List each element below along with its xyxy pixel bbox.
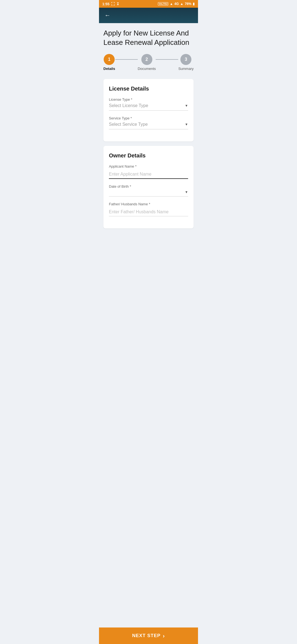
step-2-number: 2 xyxy=(145,57,148,62)
step-1-label: Details xyxy=(103,67,115,71)
applicant-name-input[interactable] xyxy=(109,170,188,179)
battery-display: 76% xyxy=(185,2,191,6)
time-display: 1:55 xyxy=(102,2,109,6)
step-1-number: 1 xyxy=(108,57,111,62)
applicant-name-field-group: Applicant Name * xyxy=(109,164,188,179)
step-2-label: Documents xyxy=(138,67,156,71)
step-3-circle: 3 xyxy=(180,54,191,65)
battery-icon: ▮ xyxy=(193,2,195,6)
status-right: VoLTE2 ▲ 4G ▲ 76% ▮ xyxy=(158,2,195,6)
date-of-birth-field-group: Date of Birth * ▼ xyxy=(109,184,188,197)
nav-bar: ← xyxy=(99,8,198,23)
license-type-select[interactable]: Select License Type ▼ xyxy=(109,103,188,111)
page-title: Apply for New License And Lease Renewal … xyxy=(103,29,194,47)
step-2-circle: 2 xyxy=(141,54,152,65)
signal-icon: ▲ xyxy=(170,2,173,6)
license-details-title: License Details xyxy=(109,86,188,92)
owner-details-title: Owner Details xyxy=(109,152,188,159)
step-1-circle: 1 xyxy=(104,54,115,65)
father-name-input[interactable] xyxy=(109,208,188,216)
step-3-container: 3 Summary xyxy=(178,54,194,71)
download-icon: ↧ xyxy=(116,2,119,6)
step-1-container: 1 Details xyxy=(103,54,115,71)
date-of-birth-select[interactable]: ▼ xyxy=(109,190,188,197)
service-type-label: Service Type * xyxy=(109,116,188,120)
service-type-field-group: Service Type * Select Service Type ▼ xyxy=(109,116,188,129)
dob-dropdown-arrow: ▼ xyxy=(185,190,188,194)
father-name-field-group: Father/ Husbands Name * xyxy=(109,202,188,216)
step-3-number: 3 xyxy=(185,57,187,62)
license-type-dropdown-arrow: ▼ xyxy=(185,104,188,108)
step-3-label: Summary xyxy=(178,67,194,71)
step-line-2 xyxy=(156,59,178,60)
license-details-card: License Details License Type * Select Li… xyxy=(103,79,194,141)
network-icon: 4G xyxy=(174,2,179,6)
stepper: 1 Details 2 Documents 3 Summary xyxy=(103,54,194,71)
signal-icon-2: ▲ xyxy=(180,2,183,6)
service-type-select[interactable]: Select Service Type ▼ xyxy=(109,122,188,129)
license-type-label: License Type * xyxy=(109,97,188,102)
service-type-dropdown-arrow: ▼ xyxy=(185,122,188,126)
date-of-birth-label: Date of Birth * xyxy=(109,184,188,189)
step-2-container: 2 Documents xyxy=(138,54,156,71)
license-type-placeholder: Select License Type xyxy=(109,103,148,108)
license-type-field-group: License Type * Select License Type ▼ xyxy=(109,97,188,111)
applicant-name-label: Applicant Name * xyxy=(109,164,188,168)
status-left: 1:55 ⛶ ↧ xyxy=(102,2,119,6)
father-name-label: Father/ Husbands Name * xyxy=(109,202,188,206)
back-button[interactable]: ← xyxy=(105,12,111,19)
status-bar: 1:55 ⛶ ↧ VoLTE2 ▲ 4G ▲ 76% ▮ xyxy=(99,0,198,8)
volte-badge: VoLTE2 xyxy=(158,2,168,6)
owner-details-card: Owner Details Applicant Name * Date of B… xyxy=(103,146,194,228)
photo-icon: ⛶ xyxy=(111,2,115,6)
service-type-placeholder: Select Service Type xyxy=(109,122,148,127)
main-content: Apply for New License And Lease Renewal … xyxy=(99,23,198,260)
step-line-1 xyxy=(115,59,138,60)
